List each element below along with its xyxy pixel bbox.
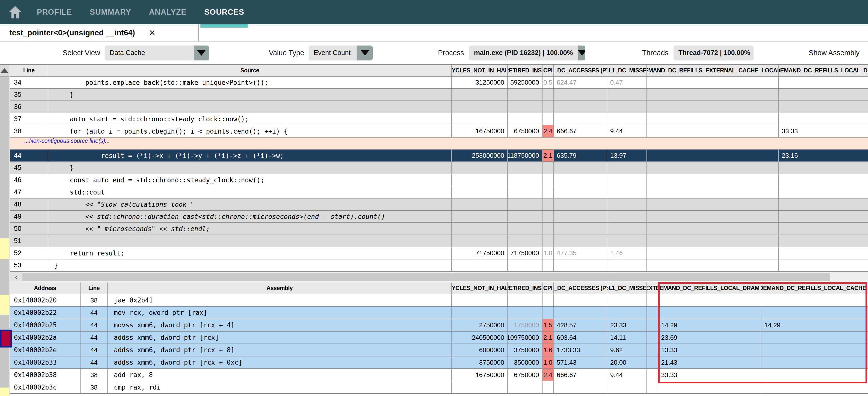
- l1-accesses-value: 428.57: [554, 319, 607, 331]
- nav-tab-sources[interactable]: SOURCES: [205, 8, 244, 17]
- process-dropdown[interactable]: main.exe (PID 16232) | 100.00%: [469, 45, 585, 60]
- source-row[interactable]: 46 const auto end = std::chrono::steady_…: [10, 174, 868, 186]
- assembly-col-header[interactable]: Assembly: [108, 282, 452, 294]
- source-row[interactable]: 37 auto start = std::chrono::steady_cloc…: [10, 113, 868, 125]
- horizontal-scrollbar[interactable]: ‹: [10, 272, 868, 282]
- address-value: 0x140002b20: [10, 294, 81, 306]
- sources-content: LineSourceCYCLES_NOT_IN_HALTRETIRED_INST…: [0, 64, 868, 396]
- source-row[interactable]: 45 }: [10, 162, 868, 174]
- scroll-left-arrow-icon[interactable]: ‹: [10, 272, 22, 281]
- source-row[interactable]: 47 std::cout: [10, 186, 868, 199]
- assembly-col-header[interactable]: %L1_DC_MISSES: [607, 282, 647, 294]
- l1-accesses-value: [554, 89, 607, 100]
- source-col-header[interactable]: L1_DC_ACCESSES (PTI): [554, 65, 607, 76]
- scroll-up-arrow-icon[interactable]: [0, 65, 9, 77]
- value-type-dropdown[interactable]: Event Count: [309, 45, 373, 60]
- source-row[interactable]: 34 points.emplace_back(std::make_unique<…: [10, 77, 868, 89]
- source-col-header[interactable]: %L1_DC_MISSES: [607, 65, 647, 76]
- source-row[interactable]: 38 for (auto i = points.cbegin(); i < po…: [10, 125, 868, 138]
- retired-value: 3750000: [508, 344, 542, 356]
- assembly-row[interactable]: 0x140002b3344addss xmm6, dword ptr [rcx …: [10, 357, 868, 369]
- select-view-value: Data Cache: [105, 45, 194, 60]
- assembly-row[interactable]: 0x140002b3c38cmp rax, rdi: [10, 381, 868, 394]
- assembly-col-header[interactable]: CPI: [542, 282, 554, 294]
- home-icon[interactable]: [8, 5, 22, 19]
- source-row[interactable]: 35 }: [10, 89, 868, 101]
- l1-misses-value: [607, 307, 647, 318]
- source-row[interactable]: 52 return result;71750000717500001.0477.…: [10, 247, 868, 260]
- l1-accesses-value: 666.67: [554, 369, 607, 381]
- source-col-header[interactable]: CPI: [542, 65, 554, 76]
- assembly-row[interactable]: 0x140002b2038jae 0x2b41: [10, 294, 868, 307]
- l1-misses-value: 20.00: [607, 357, 647, 368]
- assembly-instruction: cmp rax, rdi: [108, 381, 452, 393]
- cpi-value: [542, 113, 554, 125]
- assembly-row[interactable]: 0x140002b2244mov rcx, qword ptr [rax]: [10, 307, 868, 319]
- cpi-value: 1.0: [542, 357, 554, 368]
- cpi-value: [542, 223, 554, 235]
- assembly-col-header[interactable]: Address: [10, 282, 81, 294]
- refills-local-cache-value: [761, 294, 868, 306]
- refills-external-value: [647, 344, 658, 356]
- cpi-value: 2.1: [542, 332, 554, 343]
- cpi-value: [542, 186, 554, 198]
- assembly-col-header[interactable]: L1_DC_ACCESSES (PTI): [554, 282, 607, 294]
- nav-tab-summary[interactable]: SUMMARY: [90, 8, 131, 17]
- l1-accesses-value: [554, 174, 607, 186]
- source-row[interactable]: 48 << "Slow calculations took ": [10, 199, 868, 211]
- assembly-row[interactable]: 0x140002b2a44addss xmm6, dword ptr [rcx]…: [10, 332, 868, 344]
- assembly-col-header[interactable]: EXTE: [647, 282, 658, 294]
- refills-external-value: [647, 369, 658, 381]
- refills-external-value: [647, 150, 779, 161]
- assembly-col-header[interactable]: RETIRED_INST: [508, 282, 542, 294]
- close-icon[interactable]: ✕: [149, 29, 156, 37]
- threads-dropdown[interactable]: Thread-7072 | 100.00%: [674, 45, 754, 60]
- source-col-header[interactable]: RETIRED_INST: [508, 65, 542, 76]
- retired-value: [508, 174, 542, 186]
- nav-tab-analyze[interactable]: ANALYZE: [149, 8, 186, 17]
- line-number: 44: [81, 319, 108, 331]
- assembly-col-header[interactable]: L1_DEMAND_DC_REFILLS_LOCAL_CACHE (PTI): [761, 282, 868, 294]
- line-number: 53: [10, 260, 48, 271]
- l1-misses-value: [607, 235, 647, 247]
- source-row[interactable]: 36: [10, 101, 868, 113]
- source-code: for (auto i = points.cbegin(); i < point…: [48, 125, 452, 137]
- cycles-value: [452, 162, 508, 174]
- cycles-value: 240500000: [452, 332, 508, 343]
- horizontal-scrollbar-thumb[interactable]: [22, 273, 830, 281]
- refills-local-cache-value: [761, 307, 868, 318]
- source-row[interactable]: 51: [10, 235, 868, 247]
- assembly-col-header[interactable]: CYCLES_NOT_IN_HALT: [452, 282, 508, 294]
- show-assembly-toggle[interactable]: Show Assembly: [809, 49, 860, 57]
- source-col-header[interactable]: L1_DEMAND_DC_REFILLS_LOCAL_DRAM: [779, 65, 868, 76]
- assembly-row[interactable]: 0x140002b2e44addss xmm6, dword ptr [rcx …: [10, 344, 868, 357]
- source-code: [48, 101, 452, 113]
- assembly-row[interactable]: 0x140002b3838add rax, 81675000067500002.…: [10, 369, 868, 381]
- source-row[interactable]: 50 << " microseconds" << std::endl;: [10, 223, 868, 235]
- source-col-header[interactable]: CYCLES_NOT_IN_HALT: [452, 65, 508, 76]
- source-col-header[interactable]: Line: [10, 65, 48, 76]
- nav-tab-profile[interactable]: PROFILE: [37, 8, 72, 17]
- refills-local-dram-value: 23.69: [658, 332, 761, 343]
- select-view-dropdown[interactable]: Data Cache: [105, 45, 209, 60]
- source-col-header[interactable]: L1_DEMAND_DC_REFILLS_EXTERNAL_CACHE_LOCA…: [647, 65, 779, 76]
- l1-accesses-value: [554, 223, 607, 235]
- source-col-header[interactable]: Source: [48, 65, 452, 76]
- source-row[interactable]: 53}: [10, 260, 868, 272]
- document-tab[interactable]: test_pointer<0>(unsigned __int64) ✕: [0, 24, 199, 41]
- source-code: << "Slow calculations took ": [48, 199, 452, 210]
- source-row[interactable]: 44 result = (*i)->x + (*i)->y + (*i)->z …: [10, 150, 868, 162]
- assembly-row[interactable]: 0x140002b2544movss xmm6, dword ptr [rcx …: [10, 319, 868, 332]
- assembly-col-header[interactable]: Line: [81, 282, 108, 294]
- value-type-value: Event Count: [309, 45, 357, 60]
- source-code: const auto end = std::chrono::steady_clo…: [48, 174, 452, 186]
- threads-label: Threads: [642, 49, 668, 57]
- refills-local-dram-value: 14.29: [658, 319, 761, 331]
- assembly-col-header[interactable]: L1_DEMAND_DC_REFILLS_LOCAL_DRAM (PTI): [658, 282, 761, 294]
- source-code: return result;: [48, 247, 452, 259]
- cycles-value: [452, 199, 508, 210]
- tables-area: LineSourceCYCLES_NOT_IN_HALTRETIRED_INST…: [10, 65, 868, 394]
- source-row[interactable]: 49 << std::chrono::duration_cast<std::ch…: [10, 211, 868, 223]
- l1-accesses-value: 571.43: [554, 357, 607, 368]
- vertical-scrollbar[interactable]: [0, 65, 9, 396]
